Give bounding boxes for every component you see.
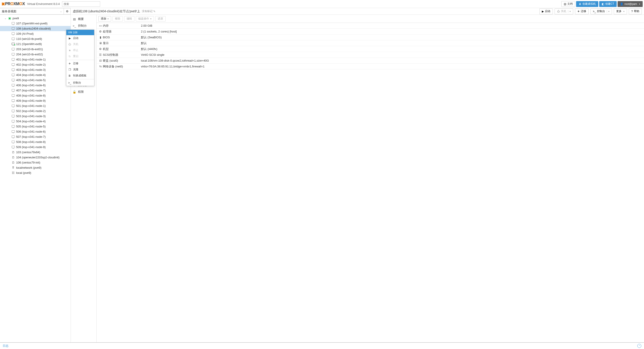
tree-item-107[interactable]: 107 (OpenWrt-ext-pve9) — [0, 21, 70, 26]
hw-value: 默认 (i440fx) — [141, 47, 643, 51]
nav-permissions[interactable]: 🔓权限 — [71, 88, 96, 95]
display-icon: 🖥 — [98, 42, 103, 45]
machine-icon: ⚙ — [98, 47, 103, 51]
tree-item-121[interactable]: 121 (OpenWrt-ext9) — [0, 42, 70, 46]
tree-item-204[interactable]: 204 (win10-tb-ext02) — [0, 52, 70, 57]
tree-item-506[interactable]: 506 (ksp-v341-node-6) — [0, 129, 70, 134]
cm-start[interactable]: ▶启动 — [66, 35, 94, 41]
tree-item-label: 505 (ksp-v341-node-5) — [16, 125, 46, 128]
clone-icon: ❐ — [68, 68, 71, 71]
tree-item-501[interactable]: 501 (ksp-v341-node-1) — [0, 103, 70, 108]
tags-editor[interactable]: 没有标记✎ — [142, 10, 156, 13]
view-settings-button[interactable]: ⚙ — [64, 8, 70, 14]
tree-item-ln[interactable]: ⠿localnetwork (pve9) — [0, 165, 70, 170]
version-label: Virtual Environment 8.0.4 — [27, 2, 60, 6]
tree-item-203[interactable]: 203 (win10-tb-ext01) — [0, 46, 70, 52]
revert-label: 还原 — [158, 17, 163, 20]
cm-template[interactable]: 🗎转换成模板 — [66, 72, 94, 79]
tree-item-404[interactable]: 404 (ksp-v341-node-4) — [0, 72, 70, 78]
create-vm-button[interactable]: 🖥创建虚拟机 — [576, 1, 598, 7]
tree-item-408[interactable]: 408 (ksp-v341-node-8) — [0, 93, 70, 98]
tree-item-label: 503 (ksp-v341-node-3) — [16, 114, 46, 118]
cm-clone[interactable]: ❐克隆 — [66, 66, 94, 72]
tree-item-505[interactable]: 505 (ksp-v341-node-5) — [0, 124, 70, 129]
hardware-row[interactable]: ▭内存2.00 GiB — [96, 23, 644, 29]
console-button[interactable]: >_控制台▾ — [590, 8, 612, 14]
docs-button[interactable]: ▤文档 — [561, 1, 575, 7]
tree-item-409[interactable]: 409 (ksp-v341-node-9) — [0, 98, 70, 103]
tree-item-label: 409 (ksp-v341-node-9) — [16, 99, 46, 102]
tree-item-402[interactable]: 402 (ksp-v341-node-2) — [0, 62, 70, 67]
hw-value: 2 (1 sockets, 2 cores) [host] — [141, 30, 643, 33]
stop-icon: ■ — [68, 49, 71, 52]
add-button[interactable]: 添加▾ — [98, 16, 111, 22]
hardware-row[interactable]: ⇆网络设备 (net0)virtio=76:0A:38:65:91:11,bri… — [96, 64, 644, 70]
tree-item-403[interactable]: 403 (ksp-v341-node-3) — [0, 67, 70, 72]
hardware-row[interactable]: ▮BIOS默认 (SeaBIOS) — [96, 34, 644, 40]
desktop-icon — [11, 135, 15, 138]
cm-migrate[interactable]: ✈迁移 — [66, 60, 94, 66]
disk-icon: ⊟ — [98, 59, 103, 62]
nav-console[interactable]: >_控制台 — [71, 22, 96, 29]
tree-item-label: 109 (AI-Prod) — [16, 32, 34, 36]
more-label: 更多 — [616, 10, 622, 13]
tree-item-407[interactable]: 407 (ksp-v341-node-7) — [0, 88, 70, 93]
tree-item-502[interactable]: 502 (ksp-v341-node-2) — [0, 108, 70, 114]
tree-item-label: 405 (ksp-v341-node-5) — [16, 78, 46, 82]
desktop-icon — [11, 27, 15, 30]
terminal-icon: >_ — [593, 10, 596, 13]
tree-item-508[interactable]: 508 (ksp-v341-node-8) — [0, 139, 70, 144]
hardware-row[interactable]: ☰SCSI控制器VirtIO SCSI single — [96, 52, 644, 58]
help-button[interactable]: ?帮助 — [629, 8, 642, 14]
revert-button[interactable]: 还原 — [155, 16, 166, 22]
shutdown-button[interactable]: ⏻关机▾ — [554, 8, 573, 14]
nav-label: 控制台 — [78, 24, 87, 28]
tree-item-401[interactable]: 401 (ksp-v341-node-1) — [0, 57, 70, 62]
more-button[interactable]: 更多▾ — [614, 8, 627, 14]
tree-item-106[interactable]: 🗋106 (centos79-init) — [0, 160, 70, 165]
migrate-button[interactable]: ✈迁移 — [575, 8, 589, 14]
disk-action-button[interactable]: 磁盘操作▾ — [136, 16, 154, 22]
tree-item-110[interactable]: 110 (win10-tb-pve9) — [0, 36, 70, 42]
tree-item-label: 407 (ksp-v341-node-7) — [16, 89, 46, 92]
user-icon: 👤 — [620, 2, 624, 6]
book-icon: ▤ — [564, 2, 566, 6]
tree-item-406[interactable]: 406 (ksp-v341-node-6) — [0, 83, 70, 88]
search-input[interactable] — [62, 1, 100, 7]
resource-tree[interactable]: ⌄ ▣ pve9 107 (OpenWrt-ext-pve9)108 (ubun… — [0, 15, 71, 342]
tree-item-108[interactable]: 108 (ubuntu2404-cloudinit) — [0, 26, 70, 31]
remove-button[interactable]: 移除 — [112, 16, 123, 22]
hardware-row[interactable]: ⚙机型默认 (i440fx) — [96, 46, 644, 52]
logo-x-icon: ✖ — [1, 1, 5, 7]
tree-item-509[interactable]: 509 (ksp-v341-node-9) — [0, 144, 70, 150]
tree-item-109[interactable]: 109 (AI-Prod) — [0, 31, 70, 36]
tree-node-pve9[interactable]: ⌄ ▣ pve9 — [0, 16, 70, 21]
tree-item-504[interactable]: 504 (ksp-v341-node-4) — [0, 119, 70, 124]
hardware-row[interactable]: ⊟硬盘 (scsi0)local:108/vm-108-disk-0.qcow2… — [96, 58, 644, 64]
hw-label: SCSI控制器 — [103, 53, 141, 57]
user-label: root@pam — [624, 2, 637, 6]
cm-shutdown: ⏻关机 — [66, 41, 94, 47]
tree-item-104[interactable]: 🗋104 (openeuler2203sp2-cloudinit) — [0, 155, 70, 160]
start-label: 启动 — [545, 10, 550, 13]
tree-item-lo[interactable]: ☷local (pve9) — [0, 170, 70, 176]
tree-item-103[interactable]: 🗋103 (centos79x64) — [0, 150, 70, 155]
view-select[interactable]: 服务器视图 ⌄ — [0, 8, 64, 14]
template-icon: 🗋 — [11, 156, 15, 159]
tree-item-503[interactable]: 503 (ksp-v341-node-3) — [0, 114, 70, 119]
edit-button[interactable]: 编辑 — [124, 16, 134, 22]
desktop-icon — [11, 99, 15, 102]
cm-console[interactable]: >_控制台 — [66, 80, 94, 86]
hw-label: 硬盘 (scsi0) — [103, 59, 141, 63]
create-ct-button[interactable]: ◧创建CT — [599, 1, 617, 7]
tree-item-405[interactable]: 405 (ksp-v341-node-5) — [0, 78, 70, 83]
nav-summary[interactable]: ▤概要 — [71, 16, 96, 22]
start-button[interactable]: ▶启动 — [539, 8, 553, 14]
desktop-icon — [11, 73, 15, 76]
desktop-icon: 🖥 — [578, 2, 581, 6]
hardware-row[interactable]: ⚙处理器2 (1 sockets, 2 cores) [host] — [96, 29, 644, 34]
tree-item-507[interactable]: 507 (ksp-v341-node-7) — [0, 134, 70, 139]
hardware-row[interactable]: 🖥显示默认 — [96, 40, 644, 46]
pencil-icon: ✎ — [153, 10, 156, 13]
user-menu-button[interactable]: 👤root@pam — [618, 1, 643, 7]
